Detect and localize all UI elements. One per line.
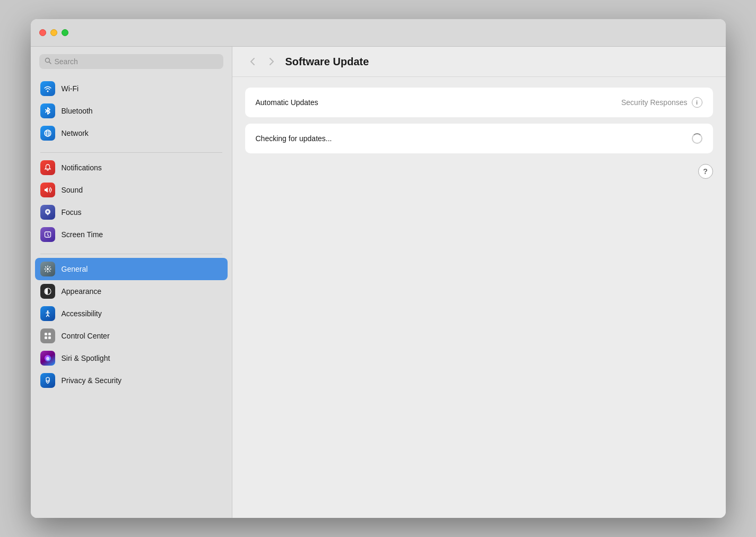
svg-rect-12: [45, 333, 47, 335]
traffic-lights: [39, 29, 68, 36]
accessibility-icon: [40, 306, 55, 321]
help-container: ?: [245, 160, 713, 183]
siri-label: Siri & Spotlight: [62, 354, 110, 362]
sidebar-group-system: Notifications Sound: [35, 157, 228, 246]
wifi-icon: [40, 81, 55, 96]
maximize-button[interactable]: [62, 29, 68, 36]
search-bar[interactable]: Search: [39, 54, 223, 69]
search-container: Search: [31, 47, 232, 74]
sidebar-item-wifi[interactable]: Wi-Fi: [35, 77, 228, 100]
svg-rect-15: [48, 336, 51, 339]
titlebar: [31, 19, 726, 47]
sidebar-item-general[interactable]: General: [35, 258, 228, 280]
privacy-label: Privacy & Security: [62, 376, 122, 385]
screentime-label: Screen Time: [62, 230, 103, 239]
sidebar-item-sound[interactable]: Sound: [35, 179, 228, 201]
sidebar-item-notifications[interactable]: Notifications: [35, 157, 228, 179]
siri-icon: [40, 351, 55, 366]
checking-updates-card: Checking for updates...: [245, 124, 713, 153]
security-info-button[interactable]: i: [692, 97, 702, 108]
automatic-updates-card: Automatic Updates Security Responses i: [245, 88, 713, 117]
svg-point-9: [47, 268, 49, 270]
focus-icon: [40, 205, 55, 220]
sound-label: Sound: [62, 186, 83, 194]
sidebar-item-network[interactable]: Network: [35, 122, 228, 144]
security-responses-label: Security Responses: [621, 98, 688, 107]
page-title: Software Update: [285, 56, 369, 68]
main-window: Search Wi-Fi: [31, 19, 726, 518]
wifi-label: Wi-Fi: [62, 84, 79, 93]
screentime-icon: [40, 227, 55, 242]
sidebar-item-siri[interactable]: Siri & Spotlight: [35, 347, 228, 369]
privacy-icon: [40, 373, 55, 388]
close-button[interactable]: [39, 29, 46, 36]
accessibility-label: Accessibility: [62, 309, 102, 318]
sidebar-item-accessibility[interactable]: Accessibility: [35, 302, 228, 325]
sidebar-items: Wi-Fi Bluetooth: [31, 74, 232, 399]
general-label: General: [62, 265, 88, 273]
svg-rect-13: [48, 333, 51, 335]
sidebar-item-controlcenter[interactable]: Control Center: [35, 325, 228, 347]
loading-spinner: [692, 133, 702, 144]
sidebar-group-personalization: General Appearance: [35, 258, 228, 392]
divider-2: [40, 254, 222, 254]
search-icon: [45, 57, 51, 66]
network-icon: [40, 126, 55, 141]
bluetooth-label: Bluetooth: [62, 107, 93, 115]
sidebar-item-focus[interactable]: Focus: [35, 201, 228, 223]
sidebar-item-appearance[interactable]: Appearance: [35, 280, 228, 302]
sound-icon: [40, 183, 55, 197]
svg-line-1: [49, 62, 51, 64]
bluetooth-icon: [40, 103, 55, 118]
svg-rect-14: [45, 336, 47, 339]
sidebar-item-screentime[interactable]: Screen Time: [35, 223, 228, 246]
controlcenter-icon: [40, 328, 55, 343]
search-placeholder: Search: [55, 57, 78, 66]
notifications-icon: [40, 160, 55, 175]
focus-label: Focus: [62, 208, 82, 216]
svg-point-11: [47, 310, 48, 312]
window-content: Search Wi-Fi: [31, 47, 726, 518]
main-content: Software Update Automatic Updates Securi…: [232, 47, 726, 518]
help-button[interactable]: ?: [698, 164, 713, 179]
minimize-button[interactable]: [50, 29, 57, 36]
appearance-label: Appearance: [62, 287, 102, 296]
checking-updates-label: Checking for updates...: [256, 134, 332, 143]
appearance-icon: [40, 284, 55, 299]
general-icon: [40, 262, 55, 276]
security-responses-container: Security Responses i: [621, 97, 702, 108]
network-label: Network: [62, 129, 89, 137]
automatic-updates-label: Automatic Updates: [256, 98, 318, 107]
sidebar-item-bluetooth[interactable]: Bluetooth: [35, 100, 228, 122]
main-body: Automatic Updates Security Responses i C…: [232, 77, 726, 518]
forward-button[interactable]: [264, 54, 279, 69]
controlcenter-label: Control Center: [62, 332, 110, 340]
automatic-updates-row: Automatic Updates Security Responses i: [245, 88, 713, 117]
svg-point-7: [47, 211, 49, 213]
back-button[interactable]: [245, 54, 260, 69]
divider-1: [40, 152, 222, 153]
sidebar-item-privacy[interactable]: Privacy & Security: [35, 369, 228, 392]
sidebar: Search Wi-Fi: [31, 47, 232, 518]
sidebar-group-connectivity: Wi-Fi Bluetooth: [35, 77, 228, 144]
notifications-label: Notifications: [62, 163, 102, 172]
main-header: Software Update: [232, 47, 726, 77]
